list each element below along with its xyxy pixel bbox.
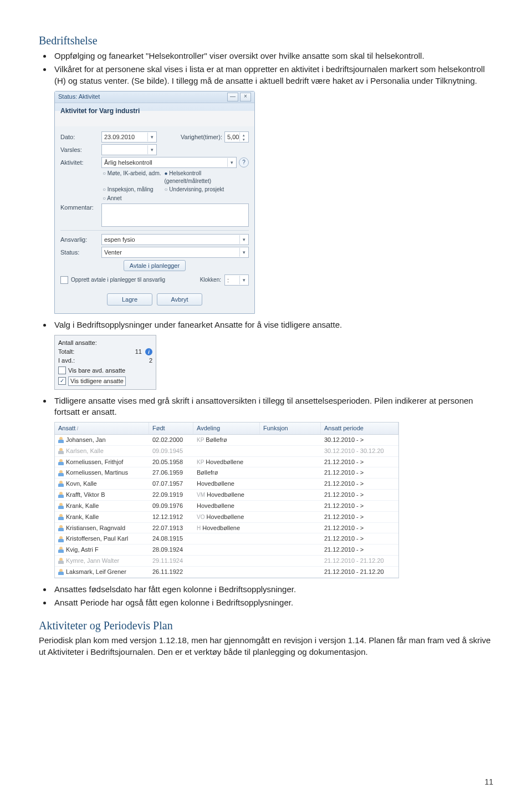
person-icon — [58, 471, 64, 476]
employee-dob: 07.07.1957 — [149, 479, 193, 489]
chevron-down-icon[interactable]: ▾ — [227, 158, 236, 167]
table-row[interactable]: Krank, Kalle09.09.1976Hovedbøllene21.12.… — [55, 501, 398, 512]
col-funksjon[interactable]: Funksjon — [260, 423, 321, 434]
employee-dept: VMHovedbøllene — [193, 490, 260, 500]
chevron-down-icon[interactable]: ▾ — [147, 133, 156, 141]
employee-name: Krank, Kalle — [66, 502, 99, 509]
employee-dept — [193, 446, 260, 456]
table-row[interactable]: Johansen, Jan02.02.2000KPBøllefrø30.12.2… — [55, 435, 398, 446]
person-icon — [58, 515, 64, 520]
bullet-3: Valg i Bedriftsopplysninger under fanear… — [52, 319, 493, 330]
table-row[interactable]: Kristoffersen, Paul Karl24.08.191521.12.… — [55, 533, 398, 545]
employee-func — [260, 512, 321, 522]
employee-period: 21.12.2010 - > — [321, 501, 398, 511]
employee-table: Ansatt Født Avdeling Funksjon Ansatt per… — [54, 422, 399, 578]
table-row[interactable]: Korneliussen, Frithjof20.05.1958KPHovedb… — [55, 457, 398, 468]
minimize-button[interactable]: — — [227, 93, 238, 101]
input-kommentar[interactable] — [101, 203, 249, 227]
col-ansatt[interactable]: Ansatt — [55, 423, 149, 434]
table-row[interactable]: Krafft, Viktor B22.09.1919VMHovedbøllene… — [55, 490, 398, 501]
radio-inspeksjon[interactable]: Inspeksjon, måling — [103, 186, 161, 194]
employee-func — [260, 490, 321, 500]
close-button[interactable]: × — [240, 93, 251, 101]
chevron-down-icon[interactable]: ▾ — [239, 235, 248, 244]
radio-annet[interactable]: Annet — [103, 195, 161, 202]
opprett-avtale-label: Opprett avtale i planlegger til ansvarli… — [71, 276, 165, 284]
table-row[interactable]: Kvig, Astri F28.09.192421.12.2010 - > — [55, 545, 398, 556]
help-icon[interactable]: ? — [239, 157, 249, 167]
employee-name: Johansen, Jan — [66, 436, 106, 443]
employee-func — [260, 479, 321, 489]
person-icon — [58, 569, 64, 575]
table-row[interactable]: Kymre, Jann Walter29.11.192421.12.2010 -… — [55, 556, 398, 567]
employee-dept: KPBøllefrø — [193, 435, 260, 445]
employee-period: 21.12.2010 - > — [321, 512, 398, 522]
opprett-avtale-checkbox[interactable] — [60, 276, 68, 284]
spinner-icon[interactable]: ▴▾ — [239, 133, 248, 141]
employee-dept — [193, 533, 260, 544]
employee-dob: 22.09.1919 — [149, 490, 193, 500]
label-varighet: Varighet(timer): — [181, 133, 222, 141]
table-row[interactable]: Korneliussen, Martinus27.06.1959Bøllefrø… — [55, 467, 398, 479]
chevron-down-icon[interactable]: ▾ — [147, 145, 156, 154]
employee-func — [260, 533, 321, 544]
person-icon — [58, 503, 64, 509]
table-row[interactable]: Laksmark, Leif Grener26.11.192221.12.201… — [55, 567, 398, 578]
input-dato[interactable]: 23.09.2010 ▾ — [101, 131, 157, 143]
antall-ansatte-label: Antall ansatte: — [58, 339, 152, 347]
table-row[interactable]: Karlsen, Kalle09.09.194530.12.2010 - 30.… — [55, 446, 398, 457]
radio-mote[interactable]: Møte, IK-arbeid, adm. — [103, 170, 161, 185]
label-aktivitet: Aktivitet: — [60, 159, 101, 167]
iavd-value: 2 — [149, 357, 152, 365]
radio-undervisning[interactable]: Undervisning, prosjekt — [165, 186, 249, 194]
vis-tidligere-label: Vis tidligere ansatte — [68, 376, 126, 386]
chevron-down-icon[interactable]: ▾ — [239, 248, 248, 257]
employee-dob: 26.11.1922 — [149, 567, 193, 577]
section1-title: Bedriftshelse — [39, 33, 493, 48]
table-row[interactable]: Kovn, Kalle07.07.1957Hovedbøllene21.12.2… — [55, 479, 398, 490]
dialog-subheader — [55, 116, 254, 126]
input-varighet[interactable]: 5,00 ▴▾ — [224, 131, 249, 143]
vis-tidligere-checkbox[interactable]: ✓ — [58, 377, 66, 385]
vis-avd-label: Vis bare avd. ansatte — [68, 367, 125, 375]
input-status[interactable]: Venter ▾ — [101, 247, 249, 258]
input-ansvarlig[interactable]: espen fysio ▾ — [101, 234, 249, 245]
employee-func — [260, 467, 321, 478]
col-fodt[interactable]: Født — [149, 423, 193, 434]
label-ansvarlig: Ansvarlig: — [60, 236, 101, 244]
avtale-button[interactable]: Avtale i planlegger — [124, 260, 186, 271]
employee-period: 21.12.2010 - 21.12.20 — [321, 567, 398, 577]
employee-dob: 09.09.1976 — [149, 501, 193, 511]
person-icon — [58, 526, 64, 531]
input-varsles[interactable]: ▾ — [101, 144, 157, 155]
employee-period: 21.12.2010 - > — [321, 545, 398, 555]
table-row[interactable]: Krank, Kalle12.12.1912VOHovedbøllene21.1… — [55, 512, 398, 523]
activity-type-radios[interactable]: Møte, IK-arbeid, adm. Helsekontroll (gen… — [103, 170, 249, 202]
input-klokken[interactable]: : ▾ — [224, 274, 249, 286]
col-periode[interactable]: Ansatt periode — [321, 423, 398, 434]
employee-name: Karlsen, Kalle — [66, 447, 104, 454]
person-icon — [58, 537, 64, 542]
employee-period: 30.12.2010 - > — [321, 435, 398, 445]
table-row[interactable]: Kristiansen, Ragnvald22.07.1913HHovedbøl… — [55, 523, 398, 534]
col-avdeling[interactable]: Avdeling — [193, 423, 260, 434]
employee-name: Kvig, Astri F — [66, 546, 99, 553]
employee-dept: Hovedbøllene — [193, 501, 260, 511]
input-aktivitet[interactable]: Årlig helsekontroll ▾ — [101, 157, 237, 168]
employee-period: 21.12.2010 - > — [321, 490, 398, 500]
employee-dob: 02.02.2000 — [149, 435, 193, 445]
employee-func — [260, 545, 321, 555]
employee-dept: HHovedbøllene — [193, 523, 260, 533]
info-icon[interactable]: i — [145, 348, 152, 355]
radio-helsekontroll[interactable]: Helsekontroll (generelt/målrettet) — [165, 170, 249, 185]
employee-func — [260, 556, 321, 566]
employee-name: Laksmark, Leif Grener — [66, 568, 126, 575]
lagre-button[interactable]: Lagre — [107, 293, 152, 306]
chevron-down-icon[interactable]: ▾ — [239, 276, 248, 284]
person-icon — [58, 558, 64, 564]
section2-title: Aktiviteter og Periodevis Plan — [39, 618, 493, 633]
totalt-label: Totalt: — [58, 348, 74, 356]
avbryt-button[interactable]: Avbryt — [157, 293, 202, 306]
bullet-5: Ansattes fødselsdato har fått egen kolon… — [52, 584, 493, 595]
vis-avd-checkbox[interactable] — [58, 367, 66, 374]
